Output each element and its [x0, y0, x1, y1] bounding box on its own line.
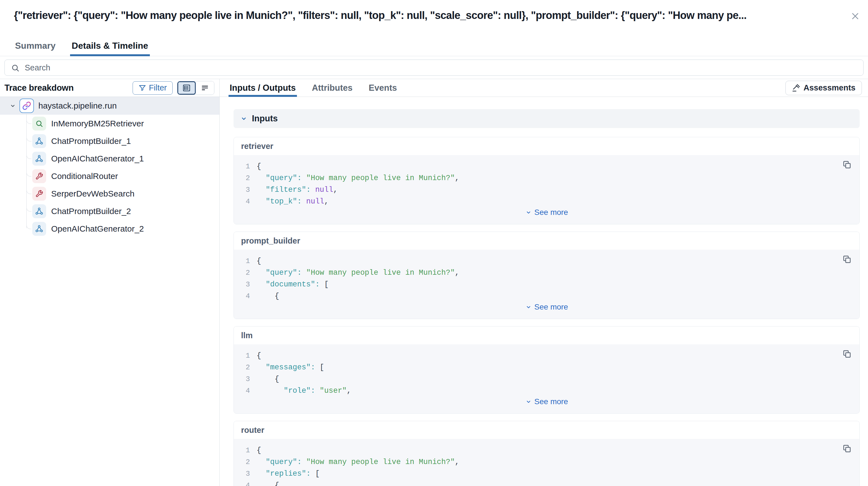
tree-row-serperdevwebsearch[interactable]: SerperDevWebSearch — [0, 185, 219, 202]
code-line: 1{ — [234, 161, 859, 172]
code-line: 4 { — [234, 290, 859, 302]
detail-tabs: Inputs / OutputsAttributesEvents Assessm… — [220, 79, 868, 97]
code-text: "top_k": null, — [257, 197, 329, 206]
see-more-link[interactable]: See more — [234, 397, 859, 407]
funnel-icon — [138, 84, 146, 92]
list-view-icon — [182, 84, 191, 92]
line-number: 1 — [234, 446, 250, 455]
tree-row-label: InMemoryBM25Retriever — [51, 119, 144, 128]
code-viewer: 1{2 "query": "How many people live in Mu… — [234, 439, 859, 486]
code-text: { — [257, 351, 261, 360]
tab-attributes[interactable]: Attributes — [312, 79, 352, 96]
copy-icon[interactable] — [842, 160, 851, 170]
input-block-prompt-builder: prompt_builder1{2 "query": "How many peo… — [234, 232, 860, 319]
trace-breakdown-panel: Trace breakdown Filter — [0, 79, 220, 486]
code-line: 1{ — [234, 445, 859, 456]
code-text: "query": "How many people live in Munich… — [257, 174, 459, 182]
code-text: { — [257, 375, 279, 383]
network-icon — [32, 204, 46, 218]
see-more-link[interactable]: See more — [234, 302, 859, 312]
assessments-button[interactable]: Assessments — [785, 81, 862, 95]
line-number: 4 — [234, 387, 250, 395]
tree-row-openaichatgenerator-1[interactable]: OpenAIChatGenerator_1 — [0, 150, 219, 167]
tree-row-root[interactable]: haystack.pipeline.run — [0, 97, 219, 115]
line-number: 4 — [234, 481, 250, 486]
code-text: { — [257, 481, 279, 486]
copy-icon[interactable] — [842, 349, 851, 359]
tree-row-openaichatgenerator-2[interactable]: OpenAIChatGenerator_2 — [0, 220, 219, 237]
code-line: 3 "documents": [ — [234, 279, 859, 290]
code-line: 3 "filters": null, — [234, 184, 859, 196]
view-toggle — [177, 81, 214, 95]
code-line: 2 "messages": [ — [234, 362, 859, 373]
wrench-icon — [32, 187, 46, 201]
input-block-retriever: retriever1{2 "query": "How many people l… — [234, 137, 860, 224]
network-icon — [32, 152, 46, 166]
code-text: { — [257, 446, 261, 455]
code-viewer: 1{2 "query": "How many people live in Mu… — [234, 155, 859, 224]
trace-tree: haystack.pipeline.run InMemoryBM25Retrie… — [0, 97, 219, 237]
search-box — [4, 60, 864, 76]
close-icon[interactable] — [850, 10, 861, 22]
see-more-label: See more — [534, 397, 568, 406]
trace-breakdown-title: Trace breakdown — [4, 83, 74, 93]
code-line: 3 { — [234, 373, 859, 385]
inputs-section-header[interactable]: Inputs — [234, 109, 860, 128]
link-icon — [20, 98, 34, 113]
line-number: 2 — [234, 174, 250, 182]
see-more-link[interactable]: See more — [234, 207, 859, 218]
search-input[interactable] — [5, 60, 863, 76]
code-line: 3 "replies": [ — [234, 468, 859, 480]
line-number: 2 — [234, 363, 250, 372]
code-line: 1{ — [234, 255, 859, 267]
tree-row-label: OpenAIChatGenerator_2 — [51, 224, 144, 233]
detail-panel: Inputs / OutputsAttributesEvents Assessm… — [220, 79, 868, 486]
assessments-button-label: Assessments — [804, 83, 856, 92]
code-text: "role": "user", — [257, 387, 351, 395]
see-more-label: See more — [534, 208, 568, 217]
line-number: 3 — [234, 469, 250, 478]
tree-row-label: ConditionalRouter — [51, 171, 118, 181]
tree-row-chatpromptbuilder-2[interactable]: ChatPromptBuilder_2 — [0, 202, 219, 220]
line-number: 4 — [234, 292, 250, 301]
filter-button[interactable]: Filter — [133, 81, 173, 95]
see-more-label: See more — [534, 303, 568, 312]
input-block-title: retriever — [234, 137, 859, 155]
code-line: 4 "role": "user", — [234, 385, 859, 397]
code-line: 4 { — [234, 480, 859, 486]
tree-row-inmemorybm25retriever[interactable]: InMemoryBM25Retriever — [0, 115, 219, 132]
wrench-icon — [32, 169, 46, 183]
chevron-down-icon[interactable] — [9, 102, 16, 109]
line-number: 1 — [234, 257, 250, 265]
tree-row-chatpromptbuilder-1[interactable]: ChatPromptBuilder_1 — [0, 132, 219, 150]
code-line: 1{ — [234, 350, 859, 362]
copy-icon[interactable] — [842, 444, 851, 453]
line-number: 2 — [234, 458, 250, 466]
input-block-title: prompt_builder — [234, 232, 859, 250]
chevron-down-icon — [240, 115, 247, 122]
detail-list-view-button[interactable] — [177, 81, 196, 95]
tab-events[interactable]: Events — [369, 79, 397, 96]
tree-root-label: haystack.pipeline.run — [38, 101, 117, 111]
tab-summary[interactable]: Summary — [15, 40, 56, 56]
code-line: 4 "top_k": null, — [234, 196, 859, 207]
timeline-view-icon — [200, 84, 209, 92]
tree-row-conditionalrouter[interactable]: ConditionalRouter — [0, 167, 219, 185]
input-block-llm: llm1{2 "messages": [3 {4 "role": "user",… — [234, 326, 860, 413]
tree-row-label: ChatPromptBuilder_1 — [51, 136, 131, 146]
line-number: 1 — [234, 162, 250, 171]
code-viewer: 1{2 "query": "How many people live in Mu… — [234, 250, 859, 319]
tab-inputs-outputs[interactable]: Inputs / Outputs — [230, 79, 296, 96]
code-line: 2 "query": "How many people live in Muni… — [234, 456, 859, 468]
line-number: 2 — [234, 268, 250, 277]
filter-button-label: Filter — [149, 83, 167, 92]
code-text: { — [257, 162, 261, 171]
tab-details-timeline[interactable]: Details & Timeline — [72, 40, 148, 56]
tree-row-label: OpenAIChatGenerator_1 — [51, 154, 144, 163]
timeline-view-button[interactable] — [196, 81, 214, 95]
copy-icon[interactable] — [842, 255, 851, 264]
line-number: 3 — [234, 185, 250, 194]
code-text: "query": "How many people live in Munich… — [257, 268, 459, 277]
code-text: { — [257, 257, 261, 265]
code-text: "messages": [ — [257, 363, 324, 372]
